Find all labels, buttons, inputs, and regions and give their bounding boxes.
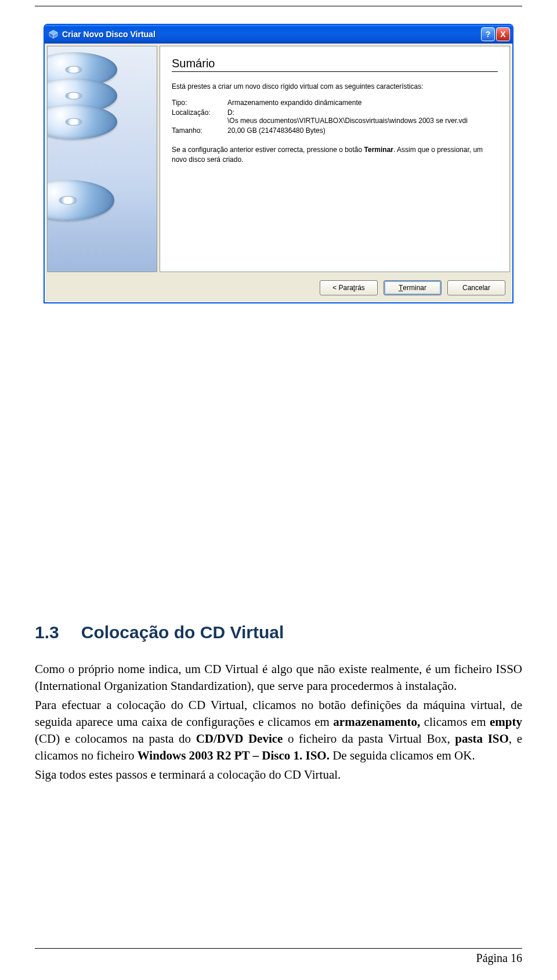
dialog-body: Sumário Está prestes a criar um novo dis… <box>45 44 512 274</box>
left-illustration <box>47 46 157 272</box>
dialog-title: Criar Novo Disco Virtual <box>62 30 480 39</box>
p2k: De seguida clicamos em OK. <box>330 748 475 762</box>
summary-intro: Está prestes a criar um novo disco rígid… <box>172 82 498 91</box>
btn-back-a: < Para <box>332 284 353 292</box>
paragraph-3: Siga todos estes passos e terminará a co… <box>35 766 522 783</box>
finish-button[interactable]: Terminar <box>384 280 442 295</box>
titlebar: Criar Novo Disco Virtual ? X <box>45 25 512 44</box>
paragraph-1: Como o próprio nome indica, um CD Virtua… <box>35 661 522 695</box>
cube-icon <box>48 29 59 39</box>
paragraph-2: Para efectuar a colocação do CD Virtual,… <box>35 697 522 764</box>
value-loc: D: \Os meus documentos\VIRTUALBOX\Discos… <box>227 109 498 125</box>
btn-finish-a: T <box>399 284 403 292</box>
p2f: CD/DVD Device <box>196 732 283 746</box>
btn-finish-b: erminar <box>403 284 426 292</box>
p2b: armazenamento, <box>333 715 420 729</box>
back-button[interactable]: < Para trás <box>320 280 378 295</box>
help-icon: ? <box>486 30 491 39</box>
p2c: clicamos em <box>420 715 490 729</box>
dialog-footer: < Para trás Terminar Cancelar <box>45 274 512 302</box>
help-button[interactable]: ? <box>481 27 495 41</box>
summary-grid: Tipo: Armazenamento expandido dinâmicame… <box>172 99 498 135</box>
p2e: (CD) e colocamos na pasta do <box>35 732 196 746</box>
cancel-button[interactable]: Cancelar <box>447 280 505 295</box>
close-icon: X <box>500 30 505 39</box>
xp-dialog: Criar Novo Disco Virtual ? X Sumário Est… <box>44 24 513 303</box>
value-loc-line1: D: <box>227 109 498 117</box>
section-number: 1.3 <box>35 623 59 642</box>
summary-heading: Sumário <box>172 57 498 72</box>
value-tam: 20,00 GB (21474836480 Bytes) <box>227 126 498 135</box>
btn-cancel: Cancelar <box>462 284 490 292</box>
top-rule <box>35 6 522 6</box>
summary-footnote: Se a configuração anterior estiver corre… <box>172 145 498 165</box>
label-tam: Tamanho: <box>172 126 224 135</box>
disk-icon <box>47 180 114 220</box>
p2d: empty <box>490 715 522 729</box>
section-title: Colocação do CD Virtual <box>81 623 284 642</box>
label-tipo: Tipo: <box>172 99 224 107</box>
value-tipo: Armazenamento expandido dinâmicamente <box>227 99 498 107</box>
p2j: Windows 2003 R2 PT – Disco 1. ISO. <box>138 748 330 762</box>
btn-back-c: rás <box>355 284 365 292</box>
value-loc-line2: \Os meus documentos\VIRTUALBOX\Discosvir… <box>227 117 498 125</box>
footnote-a: Se a configuração anterior estiver corre… <box>172 146 364 154</box>
label-loc: Localização: <box>172 109 224 125</box>
p2g: o ficheiro da pasta Virtual Box, <box>283 732 455 746</box>
disk-icon <box>47 104 117 139</box>
right-pane: Sumário Está prestes a criar um novo dis… <box>160 46 510 272</box>
p2h: pasta ISO <box>455 732 509 746</box>
bottom-rule <box>35 948 522 949</box>
footnote-b: Terminar <box>364 146 393 154</box>
section-heading: 1.3Colocação do CD Virtual <box>35 623 522 642</box>
close-button[interactable]: X <box>496 27 510 41</box>
page-number: Página 16 <box>476 952 522 965</box>
